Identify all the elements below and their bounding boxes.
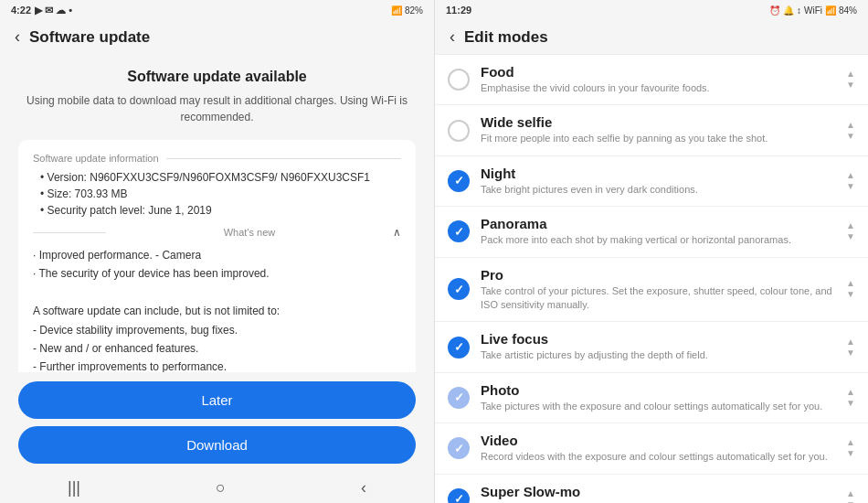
mode-desc: Fit more people into each selfie by pann… (481, 132, 839, 145)
mode-desc: Take artistic pictures by adjusting the … (481, 348, 839, 362)
back-button-left[interactable]: ‹ (15, 27, 20, 47)
mode-desc: Emphasise the vivid colours in your favo… (481, 81, 839, 95)
recent-apps-icon[interactable]: ||| (68, 478, 80, 498)
sort-up-icon[interactable]: ▲ (846, 337, 855, 347)
update-title: Software update available (18, 69, 416, 85)
mode-desc: Take pictures with the exposure and colo… (481, 400, 839, 413)
battery-right: 84% (839, 5, 857, 16)
sort-down-icon[interactable]: ▼ (846, 290, 855, 299)
left-content-area: Software update available Using mobile d… (0, 54, 434, 372)
sync-icon: ↕ (797, 5, 801, 16)
signal-icon-right: 📶 (825, 5, 836, 16)
mode-item[interactable]: Night Take bright pictures even in very … (435, 156, 868, 207)
mode-sort-arrows[interactable]: ▲ ▼ (846, 121, 855, 141)
mode-sort-arrows[interactable]: ▲ ▼ (846, 70, 855, 90)
mode-name: Food (481, 64, 839, 80)
sort-down-icon[interactable]: ▼ (846, 399, 855, 408)
alarm-icon: ⏰ (769, 5, 780, 16)
mode-sort-arrows[interactable]: ▲ ▼ (846, 438, 855, 458)
mode-item[interactable]: Food Emphasise the vivid colours in your… (435, 54, 868, 105)
mode-item[interactable]: Live focus Take artistic pictures by adj… (435, 322, 868, 372)
mode-sort-arrows[interactable]: ▲ ▼ (846, 337, 855, 358)
mode-checkbox[interactable] (448, 387, 470, 409)
mode-text: Super Slow-mo Capture the action in your… (481, 484, 839, 503)
notification-icon: 🔔 (783, 5, 794, 16)
mode-checkbox[interactable] (448, 120, 470, 142)
sort-down-icon[interactable]: ▼ (846, 449, 855, 458)
mode-sort-arrows[interactable]: ▲ ▼ (846, 221, 855, 241)
sort-up-icon[interactable]: ▲ (846, 70, 855, 79)
sort-up-icon[interactable]: ▲ (846, 489, 855, 498)
page-title-left: Software update (29, 28, 150, 47)
mode-desc: Record videos with the exposure and colo… (481, 450, 839, 464)
header-left: ‹ Software update (0, 20, 434, 54)
time-left: 4:22 (11, 5, 31, 16)
mode-text: Live focus Take artistic pictures by adj… (481, 331, 839, 362)
wifi-icon: WiFi (804, 5, 822, 16)
mode-text: Wide selfie Fit more people into each se… (481, 114, 839, 145)
mode-desc: Take control of your pictures. Set the e… (481, 284, 839, 313)
mode-sort-arrows[interactable]: ▲ ▼ (846, 489, 855, 503)
sort-down-icon[interactable]: ▼ (846, 80, 855, 90)
mode-text: Video Record videos with the exposure an… (481, 433, 839, 464)
sort-down-icon[interactable]: ▼ (846, 232, 855, 241)
mode-name: Pro (481, 267, 839, 283)
mode-checkbox[interactable] (448, 69, 470, 91)
right-panel: 11:29 ⏰ 🔔 ↕ WiFi 📶 84% ‹ Edit modes Food… (434, 0, 868, 503)
modes-list: Food Emphasise the vivid colours in your… (435, 54, 868, 503)
mode-name: Video (481, 433, 839, 448)
mode-item[interactable]: Video Record videos with the exposure an… (435, 423, 868, 474)
whats-new-title: What's new ∧ (33, 226, 401, 239)
mode-name: Panorama (481, 216, 839, 231)
sort-up-icon[interactable]: ▲ (846, 121, 855, 130)
page-title-right: Edit modes (464, 28, 548, 47)
signal-icon: 📶 (391, 5, 402, 16)
header-right: ‹ Edit modes (435, 20, 868, 54)
mode-sort-arrows[interactable]: ▲ ▼ (846, 279, 855, 299)
sort-up-icon[interactable]: ▲ (846, 279, 855, 288)
mode-checkbox[interactable] (448, 220, 470, 242)
sort-up-icon[interactable]: ▲ (846, 221, 855, 230)
mode-item[interactable]: Panorama Pack more into each shot by mak… (435, 207, 868, 257)
sort-up-icon[interactable]: ▲ (846, 388, 855, 397)
mode-text: Panorama Pack more into each shot by mak… (481, 216, 839, 247)
version-info: Version: N960FXXU3CSF9/N960FOXM3CSF9/ N9… (33, 171, 401, 184)
mode-checkbox[interactable] (448, 337, 470, 359)
back-button-right[interactable]: ‹ (450, 27, 455, 47)
status-bar-right: 11:29 ⏰ 🔔 ↕ WiFi 📶 84% (435, 0, 868, 20)
mode-item[interactable]: Super Slow-mo Capture the action in your… (435, 475, 868, 503)
mode-sort-arrows[interactable]: ▲ ▼ (846, 171, 855, 191)
sort-down-icon[interactable]: ▼ (846, 182, 855, 191)
info-section-title: Software update information (33, 153, 401, 164)
battery-left: 82% (405, 5, 423, 16)
mode-item[interactable]: Photo Take pictures with the exposure an… (435, 373, 868, 423)
mode-item[interactable]: Pro Take control of your pictures. Set t… (435, 258, 868, 323)
back-nav-icon[interactable]: ‹ (361, 478, 366, 498)
info-box: Software update information Version: N96… (18, 140, 416, 372)
sort-down-icon[interactable]: ▼ (846, 348, 855, 358)
mode-checkbox[interactable] (448, 437, 470, 459)
status-icons-left: ▶ ✉ ☁ • (35, 5, 72, 16)
later-button[interactable]: Later (18, 381, 416, 419)
mode-item[interactable]: Wide selfie Fit more people into each se… (435, 105, 868, 155)
left-panel: 4:22 ▶ ✉ ☁ • 📶 82% ‹ Software update Sof… (0, 0, 434, 503)
mode-checkbox[interactable] (448, 170, 470, 192)
download-button[interactable]: Download (18, 426, 416, 464)
mode-text: Photo Take pictures with the exposure an… (481, 382, 839, 413)
home-icon[interactable]: ○ (216, 478, 226, 498)
status-bar-left: 4:22 ▶ ✉ ☁ • 📶 82% (0, 0, 434, 20)
mode-name: Wide selfie (481, 114, 839, 130)
mode-text: Food Emphasise the vivid colours in your… (481, 64, 839, 95)
sort-down-icon[interactable]: ▼ (846, 132, 855, 141)
mode-desc: Pack more into each shot by making verti… (481, 233, 839, 247)
chevron-up-icon[interactable]: ∧ (393, 226, 401, 239)
mode-checkbox[interactable] (448, 278, 470, 300)
mode-checkbox[interactable] (448, 488, 470, 503)
mode-sort-arrows[interactable]: ▲ ▼ (846, 388, 855, 408)
sort-up-icon[interactable]: ▲ (846, 171, 855, 180)
button-area: Later Download (0, 372, 434, 471)
time-right: 11:29 (446, 5, 471, 16)
whats-new-body: · Improved performance. - Camera · The s… (33, 246, 401, 372)
sort-up-icon[interactable]: ▲ (846, 438, 855, 447)
mode-name: Night (481, 166, 839, 181)
